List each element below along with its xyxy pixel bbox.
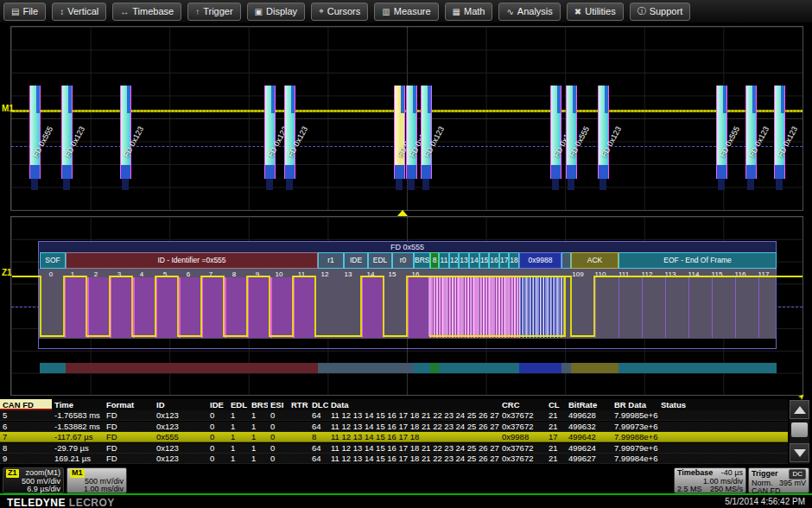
burst-edge xyxy=(784,86,785,179)
menu-label: Trigger xyxy=(203,6,232,16)
menu-label: File xyxy=(22,6,38,16)
table-cell: 11 12 13 14 15 16 17 18 21 22 23 24 25 2… xyxy=(328,422,499,432)
table-cell: 0x123 xyxy=(154,410,207,421)
ruler-icon: ▥ xyxy=(382,7,390,16)
table-cell: 169.21 µs xyxy=(52,454,104,464)
menu-button-utilities[interactable]: ✖Utilities xyxy=(567,3,624,21)
table-cell: FD xyxy=(104,422,154,432)
table-cell xyxy=(289,422,309,432)
crosshair-icon: ⌖ xyxy=(319,6,324,16)
column-header-status: Status xyxy=(658,399,784,410)
table-cell xyxy=(289,432,309,442)
m1-badge: M1 xyxy=(70,469,85,478)
table-cell: 64 xyxy=(309,454,328,464)
scroll-up-button[interactable] xyxy=(790,400,809,419)
trigger-descriptor-box[interactable]: Trigger DC Norm. 395 mV CAN FD xyxy=(748,467,809,493)
menu-label: Display xyxy=(266,6,297,16)
table-row[interactable]: 6-1.53882 msFD0x12301106411 12 13 14 15 … xyxy=(0,422,788,432)
burst-stub xyxy=(122,179,129,190)
timebase-descriptor-box[interactable]: Timebase -40 µs 1.00 ms/div 2.5 MS 250 M… xyxy=(674,467,746,493)
table-cell: 5 xyxy=(0,410,52,421)
menu-button-support[interactable]: ⓘSupport xyxy=(630,3,691,21)
can-frame-burst: FD 0x123 xyxy=(284,86,295,191)
burst-stub xyxy=(776,179,783,190)
menu-button-display[interactable]: ▣Display xyxy=(247,3,306,21)
burst-edge xyxy=(561,86,561,179)
table-tab-can-fd[interactable]: CAN FD xyxy=(0,399,52,410)
table-cell: 0 xyxy=(207,410,228,421)
up-arrow-icon xyxy=(794,406,806,414)
m1-channel-label: M1 xyxy=(2,104,14,113)
burst-stub xyxy=(408,179,415,190)
can-frame-burst: FD 0x123 xyxy=(61,86,73,191)
burst-blue-cap xyxy=(752,86,756,113)
can-frame-burst: FD 0x555 xyxy=(566,86,577,191)
menu-button-file[interactable]: ▤File xyxy=(3,3,46,21)
menu-button-vertical[interactable]: ↕Vertical xyxy=(52,3,106,21)
table-cell: 499627 xyxy=(566,454,612,464)
burst-edge xyxy=(431,86,432,179)
menu-bar: ▤File↕Vertical↔Timebase↑Trigger▣Display⌖… xyxy=(0,0,812,22)
table-row[interactable]: 5-1.76583 msFD0x12301106411 12 13 14 15 … xyxy=(0,410,788,421)
table-cell: 64 xyxy=(309,422,328,432)
table-cell xyxy=(658,443,784,454)
can-frame-burst: FD 0x123 xyxy=(774,86,785,191)
table-cell: 21 xyxy=(546,454,566,464)
menu-button-trigger[interactable]: ↑Trigger xyxy=(187,3,240,21)
menu-button-measure[interactable]: ▥Measure xyxy=(374,3,438,21)
table-cell: 0x9988 xyxy=(499,432,546,442)
clipboard-icon: ▤ xyxy=(11,7,19,16)
can-frame-burst: FD 0x555 xyxy=(29,86,41,191)
table-cell: 7.99985e+6 xyxy=(612,410,658,421)
burst-blue-cap xyxy=(127,86,130,113)
menu-button-math[interactable]: ▦Math xyxy=(445,3,493,21)
burst-blue-base xyxy=(285,165,295,179)
trigger-position-marker[interactable] xyxy=(397,210,408,216)
table-row[interactable]: 9169.21 µsFD0x12301106411 12 13 14 15 16… xyxy=(0,454,788,464)
burst-edge xyxy=(726,86,727,179)
burst-stub xyxy=(568,179,574,190)
table-cell: 0x37672 xyxy=(499,422,546,432)
table-cell: 7.99988e+6 xyxy=(612,432,658,442)
menu-button-timebase[interactable]: ↔Timebase xyxy=(112,3,181,21)
scroll-thumb[interactable] xyxy=(791,422,808,437)
z1-zoom-grid: FD 0x555 SOFID - Identifier =0x555r1IDEE… xyxy=(10,216,803,396)
can-frame-burst: FD 0x123 xyxy=(598,86,609,191)
table-row[interactable]: 7-117.67 µsFD0x5550110811 12 13 14 15 16… xyxy=(0,432,788,442)
table-cell: 11 12 13 14 15 16 17 18 xyxy=(328,432,499,442)
waveform-icon: ∿ xyxy=(506,7,513,16)
burst-blue-base xyxy=(551,165,561,179)
table-cell: 0 xyxy=(207,454,228,464)
table-cell: 7.99979e+6 xyxy=(612,443,658,454)
burst-blue-cap xyxy=(68,86,72,113)
burst-blue-cap xyxy=(428,86,431,113)
menu-button-analysis[interactable]: ∿Analysis xyxy=(498,3,560,21)
burst-blue-cap xyxy=(401,86,404,113)
z1-descriptor-box[interactable]: Z1 zoom(M1) 500 mV/div 6.9 µs/div xyxy=(3,467,64,493)
table-cell: 0 xyxy=(268,422,289,432)
burst-edge xyxy=(576,86,577,179)
menu-button-cursors[interactable]: ⌖Cursors xyxy=(311,3,368,21)
table-row[interactable]: 8-29.79 µsFD0x12301106411 12 13 14 15 16… xyxy=(0,443,788,454)
table-cell: 0 xyxy=(268,432,289,442)
burst-edge xyxy=(608,86,609,179)
column-header-bitrate: BitRate xyxy=(566,399,612,410)
burst-edge xyxy=(130,86,131,179)
table-cell: 1 xyxy=(249,422,268,432)
m1-descriptor-box[interactable]: M1 500 mV/div 1.00 ms/div xyxy=(67,467,127,493)
table-cell: 1 xyxy=(249,454,268,464)
table-cell: 1 xyxy=(249,443,268,454)
horizontal-arrows-icon: ↔ xyxy=(120,7,129,16)
column-header-dlc: DLC xyxy=(309,399,328,410)
table-cell: 1 xyxy=(228,410,249,421)
column-header-rtr: RTR xyxy=(289,399,309,410)
decode-table: CAN FDTimeFormatIDIDEEDLBRSESIRTRDLCData… xyxy=(0,398,812,465)
table-cell: 0x123 xyxy=(154,454,207,464)
burst-stub xyxy=(63,179,70,190)
can-frame-burst: FD 0x123 xyxy=(745,86,757,191)
table-cell: 0 xyxy=(268,410,289,421)
menu-label: Analysis xyxy=(517,6,553,16)
burst-blue-base xyxy=(599,165,608,179)
scroll-down-button[interactable] xyxy=(790,443,809,462)
table-cell xyxy=(289,454,309,464)
